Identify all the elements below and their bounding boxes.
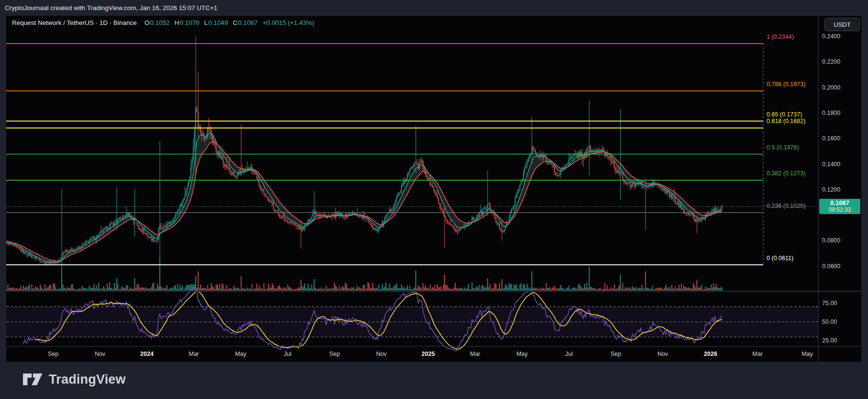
chart-canvas[interactable] bbox=[0, 0, 868, 399]
close-label: C bbox=[233, 19, 238, 26]
change-value: +0.0015 (+1.43%) bbox=[263, 19, 314, 26]
last-price-badge: 0.1067 09:52:33 bbox=[819, 199, 860, 214]
open-value: 0.1052 bbox=[150, 19, 169, 26]
symbol-title: Request Network / TetherUS · 1D · Binanc… bbox=[12, 19, 137, 26]
tradingview-logo-icon bbox=[23, 372, 43, 387]
high-value: 0.1070 bbox=[179, 19, 199, 26]
currency-toggle-label: USDT bbox=[834, 21, 850, 28]
tradingview-screenshot: CryptoJournaal created with TradingView.… bbox=[0, 0, 868, 399]
currency-toggle-button[interactable]: USDT bbox=[824, 18, 860, 31]
bar-countdown: 09:52:33 bbox=[829, 206, 851, 214]
high-label: H bbox=[175, 19, 179, 26]
open-label: O bbox=[145, 19, 150, 26]
low-label: L bbox=[204, 19, 208, 26]
low-value: 0.1049 bbox=[208, 19, 228, 26]
last-price-value: 0.1067 bbox=[830, 199, 849, 206]
close-value: 0.1067 bbox=[238, 19, 257, 26]
tradingview-logo[interactable]: TradingView bbox=[23, 370, 126, 389]
tradingview-logo-text: TradingView bbox=[49, 372, 126, 387]
symbol-legend[interactable]: Request Network / TetherUS · 1D · Binanc… bbox=[12, 18, 314, 27]
